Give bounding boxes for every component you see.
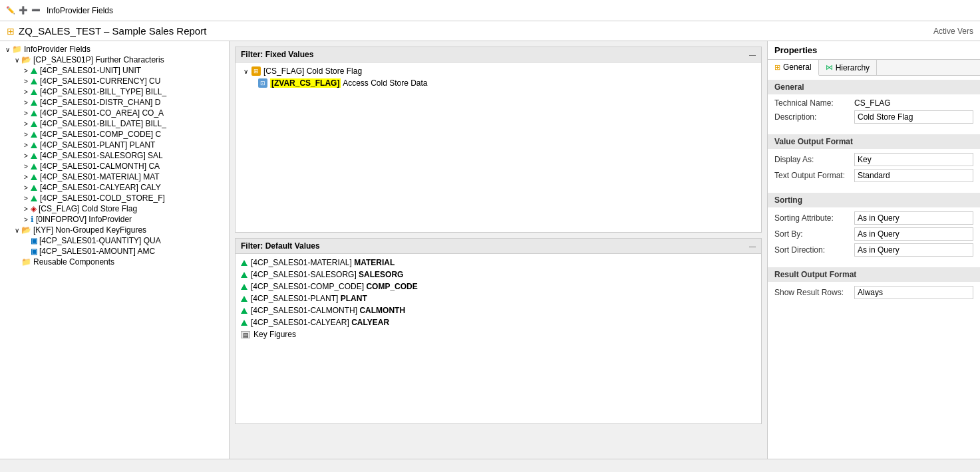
reusable-label: Reusable Components bbox=[33, 257, 114, 267]
remove-icon[interactable]: ➖ bbox=[31, 5, 41, 16]
filter-icon: ⊞ bbox=[7, 26, 15, 37]
tree-reusable[interactable]: 📁 Reusable Components bbox=[0, 257, 229, 267]
general-section: General Technical Name: CS_FLAG Descript… bbox=[768, 76, 980, 130]
tree-salesorg[interactable]: > [4CP_SALES01-SALESORG] SAL bbox=[0, 150, 229, 161]
keyfig-folder-icon: 📂 bbox=[21, 225, 31, 235]
quantity-label: [4CP_SALES01-QUANTITY] QUA bbox=[39, 236, 161, 245]
show-result-rows-input[interactable] bbox=[854, 286, 973, 299]
tab-hierarchy-label: Hierarchy bbox=[836, 63, 870, 72]
filter-default-calyear[interactable]: [4CP_SALES01-CALYEAR] CALYEAR bbox=[238, 316, 758, 328]
sort-by-row: Sort By: bbox=[774, 227, 973, 241]
tree-currency[interactable]: > [4CP_SALES01-CURRENCY] CU bbox=[0, 76, 229, 86]
char-icon-def-comp-code bbox=[241, 284, 247, 290]
tree-amount[interactable]: ▣ [4CP_SALES01-AMOUNT] AMC bbox=[0, 246, 229, 257]
tree-co-area[interactable]: > [4CP_SALES01-CO_AREA] CO_A bbox=[0, 108, 229, 118]
filter-default-content: [4CP_SALES01-MATERIAL] MATERIAL [4CP_SAL… bbox=[236, 254, 761, 423]
general-section-title: General bbox=[768, 80, 980, 94]
tree-bill-date[interactable]: > [4CP_SALES01-BILL_DATE] BILL_ bbox=[0, 118, 229, 129]
properties-header: Properties bbox=[768, 41, 980, 60]
sorting-section: Sorting Sorting Attribute: Sort By: Sort… bbox=[768, 189, 980, 263]
tree-kyf[interactable]: ∨ 📂 [KYF] Non-Grouped KeyFigures bbox=[0, 225, 229, 235]
char-icon-unit bbox=[31, 68, 37, 74]
value-output-section: Value Output Format Display As: Text Out… bbox=[768, 130, 980, 189]
distr-chan-label: [4CP_SALES01-DISTR_CHAN] D bbox=[40, 98, 160, 107]
calyear-label: [4CP_SALES01-CALYEAR] CALY bbox=[40, 183, 161, 192]
tree-quantity[interactable]: ▣ [4CP_SALES01-QUANTITY] QUA bbox=[0, 235, 229, 246]
filter-default-keyfig[interactable]: ▤ Key Figures bbox=[238, 328, 758, 340]
tree-comp-code[interactable]: > [4CP_SALES01-COMP_CODE] C bbox=[0, 129, 229, 140]
amount-label: [4CP_SALES01-AMOUNT] AMC bbox=[39, 247, 155, 256]
folder-icon-reusable: 📁 bbox=[21, 257, 31, 267]
filter-fixed-content: ∨ ⊞ [CS_FLAG] Cold Store Flag ⊡ [ZVAR_CS… bbox=[236, 62, 761, 232]
kyf-label: [KYF] Non-Grouped KeyFigures bbox=[33, 225, 146, 235]
unit-label: [4CP_SALES01-UNIT] UNIT bbox=[40, 66, 141, 75]
salesorg-label: [4CP_SALES01-SALESORG] SAL bbox=[40, 151, 163, 160]
var-blue-icon-zvar: ⊡ bbox=[258, 78, 267, 88]
filter-default-salesorg[interactable]: [4CP_SALES01-SALESORG] SALESORG bbox=[238, 269, 758, 281]
toggle-infoprovider[interactable]: ∨ bbox=[3, 46, 12, 53]
char-icon-salesorg bbox=[31, 153, 37, 159]
char-icon-currency bbox=[31, 78, 37, 84]
bill-type-label: [4CP_SALES01-BILL_TYPE] BILL_ bbox=[40, 87, 166, 96]
info-icon-infoprov: ℹ bbox=[31, 215, 34, 224]
tree-cp-sales01p[interactable]: ∨ 📂 [CP_SALES01P] Further Characteris bbox=[0, 55, 229, 65]
tree-infoprov[interactable]: > ℹ [0INFOPROV] InfoProvider bbox=[0, 214, 229, 225]
tree-bill-type[interactable]: > [4CP_SALES01-BILL_TYPE] BILL_ bbox=[0, 86, 229, 97]
display-as-input[interactable] bbox=[854, 153, 973, 166]
toggle-unit[interactable]: > bbox=[21, 67, 31, 74]
add-icon[interactable]: ➕ bbox=[18, 5, 29, 16]
filter-cs-flag-node[interactable]: ∨ ⊞ [CS_FLAG] Cold Store Flag bbox=[238, 65, 758, 77]
tree-material[interactable]: > [4CP_SALES01-MATERIAL] MAT bbox=[0, 172, 229, 182]
tree-infoprovider-fields: ∨ 📁 InfoProvider Fields bbox=[0, 44, 229, 55]
calmonth-label: [4CP_SALES01-CALMONTH] CA bbox=[40, 162, 160, 171]
display-as-row: Display As: bbox=[774, 153, 973, 166]
text-output-input[interactable] bbox=[854, 169, 973, 182]
tree-cold-store-f[interactable]: > [4CP_SALES01-COLD_STORE_F] bbox=[0, 193, 229, 203]
co-area-label: [4CP_SALES01-CO_AREA] CO_A bbox=[40, 108, 164, 118]
status-bar bbox=[0, 459, 980, 472]
tree-unit[interactable]: > [4CP_SALES01-UNIT] UNIT bbox=[0, 65, 229, 76]
result-output-section: Result Output Format Show Result Rows: bbox=[768, 263, 980, 306]
tree-calyear[interactable]: > [4CP_SALES01-CALYEAR] CALY bbox=[0, 182, 229, 193]
folder-icon: 📁 bbox=[12, 45, 22, 54]
filter-default-plant[interactable]: [4CP_SALES01-PLANT] PLANT bbox=[238, 293, 758, 304]
tab-general[interactable]: ⊞ General bbox=[768, 60, 819, 76]
cs-flag-filter-label: [CS_FLAG] Cold Store Flag bbox=[263, 66, 362, 76]
pencil-icon[interactable]: ✏️ bbox=[5, 5, 16, 16]
sort-direction-input[interactable] bbox=[854, 243, 973, 257]
tree-distr-chan[interactable]: > [4CP_SALES01-DISTR_CHAN] D bbox=[0, 97, 229, 108]
sorting-attr-input[interactable] bbox=[854, 211, 973, 225]
char-icon-def-plant bbox=[241, 296, 247, 302]
char-icon-material bbox=[31, 174, 37, 180]
tab-hierarchy[interactable]: ⋈ Hierarchy bbox=[819, 60, 877, 75]
description-row: Description: bbox=[774, 110, 973, 124]
filter-default-calmonth[interactable]: [4CP_SALES01-CALMONTH] CALMONTH bbox=[238, 304, 758, 316]
tree-calmonth[interactable]: > [4CP_SALES01-CALMONTH] CA bbox=[0, 161, 229, 172]
toggle-kyf[interactable]: ∨ bbox=[12, 227, 21, 234]
sorting-attr-label: Sorting Attribute: bbox=[774, 213, 854, 223]
filter-fixed-minimize[interactable]: — bbox=[749, 51, 756, 59]
char-icon-bill-date bbox=[31, 121, 37, 127]
description-input[interactable] bbox=[854, 110, 973, 124]
filter-zvar-cs-flag-node[interactable]: ⊡ [ZVAR_CS_FLAG] Access Cold Store Data bbox=[238, 77, 758, 89]
def-keyfig-label: Key Figures bbox=[253, 330, 296, 339]
filter-default-material[interactable]: [4CP_SALES01-MATERIAL] MATERIAL bbox=[238, 257, 758, 269]
filter-default-comp-code[interactable]: [4CP_SALES01-COMP_CODE] COMP_CODE bbox=[238, 281, 758, 293]
toggle-cs-flag[interactable]: ∨ bbox=[241, 68, 250, 75]
tree-plant[interactable]: > [4CP_SALES01-PLANT] PLANT bbox=[0, 140, 229, 150]
material-label: [4CP_SALES01-MATERIAL] MAT bbox=[40, 172, 160, 181]
filter-default-title: Filter: Default Values bbox=[241, 241, 320, 251]
sort-by-input[interactable] bbox=[854, 227, 973, 241]
toggle-cp-sales01p[interactable]: ∨ bbox=[12, 57, 21, 64]
left-panel: ∨ 📁 InfoProvider Fields ∨ 📂 [CP_SALES01P… bbox=[0, 41, 230, 459]
properties-panel: Properties ⊞ General ⋈ Hierarchy General… bbox=[767, 41, 980, 459]
tree-cs-flag[interactable]: > ◈ [CS_FLAG] Cold Store Flag bbox=[0, 203, 229, 214]
def-material-label: [4CP_SALES01-MATERIAL] MATERIAL bbox=[251, 258, 395, 267]
currency-label: [4CP_SALES01-CURRENCY] CU bbox=[40, 76, 160, 86]
keyfig-table-icon: ▤ bbox=[241, 331, 250, 338]
sorting-attr-row: Sorting Attribute: bbox=[774, 211, 973, 225]
filter-fixed-title: Filter: Fixed Values bbox=[241, 50, 313, 59]
text-output-row: Text Output Format: bbox=[774, 169, 973, 182]
filter-default-minimize[interactable]: — bbox=[749, 243, 756, 250]
hierarchy-tab-icon: ⋈ bbox=[826, 63, 833, 72]
